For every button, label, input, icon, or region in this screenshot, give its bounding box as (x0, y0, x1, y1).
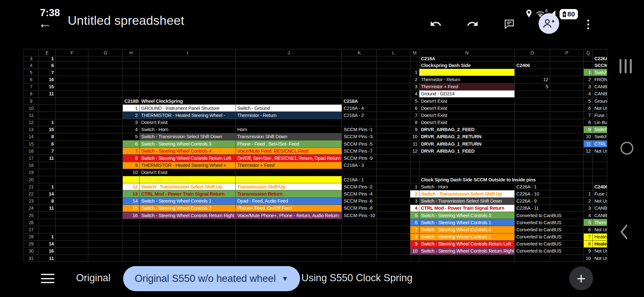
cell-G15[interactable] (88, 140, 123, 148)
cell-K22[interactable]: SCCM Pins -4 (342, 190, 377, 197)
cell-E20[interactable] (39, 176, 56, 183)
cell-M20[interactable] (410, 176, 419, 183)
cell-K6[interactable] (342, 76, 377, 83)
col-header-P[interactable]: P (550, 49, 584, 56)
cell-L16[interactable] (377, 148, 410, 155)
cell-L23[interactable] (377, 198, 410, 205)
cell-Q15[interactable]: 11 (584, 140, 593, 148)
cell-R29[interactable]: Heater (593, 241, 607, 248)
cell-R24[interactable]: CANBUS (593, 205, 607, 212)
cell-E25[interactable] (39, 212, 56, 219)
cell-G31[interactable] (88, 255, 123, 262)
cell-R10[interactable]: Not Used (593, 105, 607, 112)
cell-P5[interactable] (550, 69, 584, 76)
cell-L8[interactable] (377, 91, 410, 98)
cell-R12[interactable]: Lin Bus (593, 119, 607, 126)
row-header-4[interactable]: 4 (24, 62, 39, 69)
col-header-M[interactable]: M (410, 49, 419, 56)
cell-Q4[interactable] (584, 62, 593, 69)
col-header-F[interactable]: F (56, 49, 88, 56)
cell-M24[interactable]: 4 (410, 205, 419, 212)
cell-E21[interactable]: 1 (39, 183, 56, 190)
cell-F11[interactable] (56, 112, 88, 119)
cell-H12[interactable]: 3 (123, 119, 140, 126)
cell-Q22[interactable]: 1 (584, 190, 593, 197)
cell-G27[interactable] (88, 226, 123, 233)
cell-K14[interactable]: SCCM Pins -3 (342, 133, 377, 140)
cell-M22[interactable]: 2 (410, 190, 419, 197)
cell-M9[interactable]: 5 (410, 98, 419, 105)
cell-K25[interactable]: SCCM Pins -10 (342, 212, 377, 219)
cell-R21[interactable]: C2406 (593, 183, 607, 190)
cell-F14[interactable] (56, 133, 88, 140)
col-header-N[interactable]: N (419, 49, 515, 56)
add-sheet-button[interactable]: + (569, 266, 593, 290)
cell-J8[interactable] (236, 91, 342, 98)
cell-N31[interactable] (419, 255, 515, 262)
cell-F24[interactable] (56, 205, 88, 212)
cell-Q29[interactable]: 8 (584, 241, 593, 248)
cell-E12[interactable]: 1 (39, 119, 56, 126)
cell-N5[interactable]: Illumination (419, 69, 515, 76)
select-all-corner[interactable] (24, 49, 39, 56)
cell-M3[interactable] (410, 56, 419, 62)
cell-F23[interactable] (56, 198, 88, 205)
cell-E22[interactable]: 14 (39, 190, 56, 197)
row-header-22[interactable]: 22 (24, 190, 39, 197)
cell-G17[interactable] (88, 155, 123, 162)
col-header-E[interactable]: E (39, 49, 56, 56)
cell-Q12[interactable]: 8 (584, 119, 593, 126)
cell-O22[interactable]: C226A - 10 (515, 190, 550, 197)
cell-O4[interactable]: C2406 (515, 62, 550, 69)
cell-E7[interactable]: 15 (39, 83, 56, 91)
cell-J11[interactable]: Thermistor - Return (236, 112, 342, 119)
cell-J25[interactable]: Voice/Mute Phone+, Phone - Return, Audio… (236, 212, 342, 219)
cell-O21[interactable]: C226A - 1 (515, 183, 550, 190)
col-header-O[interactable]: O (515, 49, 550, 56)
cell-M30[interactable]: 10 (410, 248, 419, 255)
cell-I19[interactable]: Doesn't Exist (140, 169, 236, 176)
cell-G20[interactable] (88, 176, 123, 183)
cell-G7[interactable] (88, 83, 123, 91)
cell-F19[interactable] (56, 169, 88, 176)
cell-N23[interactable]: Switch - Transmission Select Shift Down (419, 198, 515, 205)
cell-M16[interactable]: 12 (410, 148, 419, 155)
row-header-18[interactable]: 18 (24, 162, 39, 169)
cell-F16[interactable] (56, 148, 88, 155)
cell-M12[interactable]: 8 (410, 119, 419, 126)
cell-F13[interactable] (56, 126, 88, 133)
cell-Q11[interactable]: 7 (584, 112, 593, 119)
cell-O10[interactable] (515, 105, 550, 112)
cell-H15[interactable]: 6 (123, 140, 140, 148)
cell-K27[interactable] (342, 226, 377, 233)
cell-K15[interactable]: SCCM Pins -5 (342, 140, 377, 148)
cell-P3[interactable] (550, 56, 584, 62)
cell-G9[interactable] (88, 98, 123, 105)
cell-H27[interactable] (123, 226, 140, 233)
cell-J15[interactable]: Phone - Feed , Set+/Set- Feed (236, 140, 342, 148)
cell-I28[interactable] (140, 234, 236, 241)
cell-E13[interactable]: 15 (39, 126, 56, 133)
cell-P19[interactable] (550, 169, 584, 176)
row-header-3[interactable]: 3 (24, 56, 39, 62)
cell-F8[interactable] (56, 91, 88, 98)
cell-F10[interactable] (56, 105, 88, 112)
cell-E26[interactable] (39, 219, 56, 226)
cell-M17[interactable] (410, 155, 419, 162)
cell-F18[interactable] (56, 162, 88, 169)
cell-E5[interactable]: 7 (39, 69, 56, 76)
cell-R6[interactable]: FRONT (593, 76, 607, 83)
cell-F26[interactable] (56, 219, 88, 226)
cell-E6[interactable]: 16 (39, 76, 56, 83)
cell-Q23[interactable]: 2 (584, 198, 593, 205)
cell-N3[interactable]: C218A (419, 56, 515, 62)
undo-button[interactable] (429, 17, 443, 31)
cell-R13[interactable]: Switch (593, 126, 607, 133)
cell-J31[interactable] (236, 255, 342, 262)
cell-K3[interactable] (342, 56, 377, 62)
cell-J24[interactable]: Phone+ Feed, On/Off Feed (236, 205, 342, 212)
cell-M11[interactable]: 7 (410, 112, 419, 119)
cell-J20[interactable]: Illumination (236, 176, 342, 183)
cell-G13[interactable] (88, 126, 123, 133)
cell-J4[interactable] (236, 62, 342, 69)
